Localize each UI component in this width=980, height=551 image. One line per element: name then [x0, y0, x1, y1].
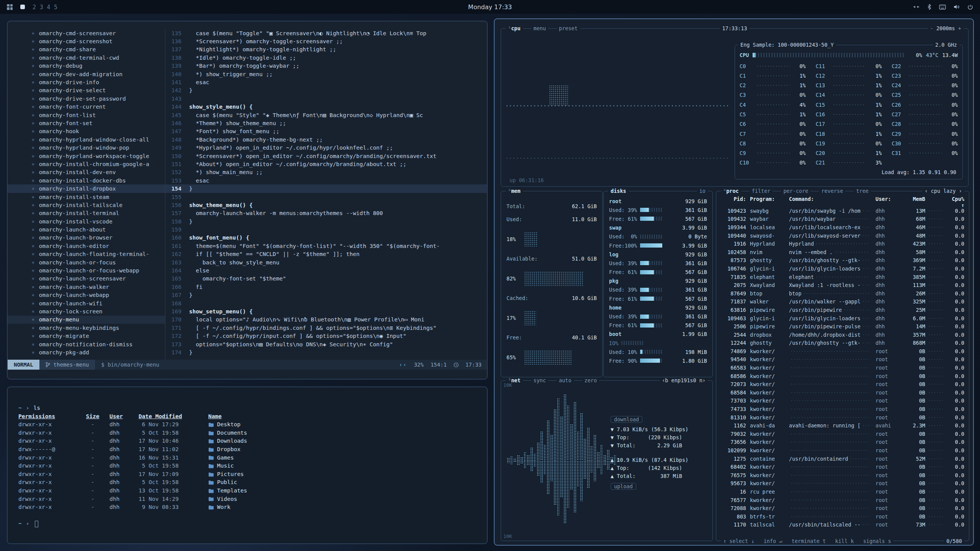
file-row[interactable]: ∗ omarchy-cmd-share	[8, 46, 165, 54]
code-line[interactable]: 154 }	[165, 184, 487, 192]
file-row[interactable]: ∗ omarchy-launch-screensaver	[8, 275, 165, 283]
process-row[interactable]: 109423 swaybg /usr/bin/swaybg -i /hom dh…	[716, 207, 969, 215]
code-line[interactable]: 170 local options="♪ Audio\n∿ Wifi\nƀ Bl…	[165, 316, 487, 324]
process-row[interactable]: 87573 ghostty /usr/bin/ghostty --gtk- dh…	[716, 256, 969, 265]
process-row[interactable]: 68402 kworker/ root 0B 0.0	[716, 463, 969, 471]
process-row[interactable]: 102458 nvim nvim --embed . dhh 58M 0.0	[716, 248, 969, 256]
code-line[interactable]: 158 }	[165, 217, 487, 225]
code-line[interactable]: 142 }	[165, 86, 487, 95]
filter-button[interactable]: filter	[750, 188, 773, 194]
process-row[interactable]: 95673 kworker/ root 0B 0.0	[716, 479, 969, 488]
code-line[interactable]: 153 esac	[165, 176, 487, 184]
file-row[interactable]: ∗ omarchy-font-current	[8, 103, 165, 111]
code-line[interactable]: 163 back_to show_style_menu	[165, 258, 487, 266]
net-interface[interactable]: ‹b enp191s0 n›	[660, 377, 708, 383]
net-zero-toggle[interactable]: zero	[582, 377, 599, 383]
file-row[interactable]: ∗ omarchy-install-terminal	[8, 209, 165, 217]
process-row[interactable]: 94540 kworker/ root 0B 0.0	[716, 355, 969, 364]
file-row[interactable]: ∗ omarchy-dev-add-migration	[8, 70, 165, 78]
process-row[interactable]: 2506 pipewire /usr/bin/pipewire-pulse dh…	[716, 322, 969, 331]
code-line[interactable]: 149 *Hyprland*) open_in_editor ~/.config…	[165, 143, 487, 152]
process-row[interactable]: 109440 swayosd- /usr/lib/swayosd-server …	[716, 231, 969, 240]
file-row[interactable]: ∗ omarchy-cmd-screensaver	[8, 29, 165, 37]
launcher-icon[interactable]	[7, 4, 13, 10]
process-row[interactable]: 71837 walker /usr/bin/walker --gappl dhh…	[716, 298, 969, 306]
file-row[interactable]: ∗ omarchy-drive-set-password	[8, 95, 165, 103]
code-line[interactable]: 173 options="$options\n▤ Defaults\n◎ DNS…	[165, 340, 487, 348]
file-row[interactable]: ∗ omarchy-install-chromium-google-a	[8, 160, 165, 168]
file-row[interactable]: ∗ omarchy-drive-info	[8, 78, 165, 86]
process-row[interactable]: 12244 ghostty /usr/bin/ghostty --gtk- dh…	[716, 339, 969, 347]
process-row[interactable]: 109344 localsea /usr/lib/localsearch-ex …	[716, 223, 969, 231]
code-line[interactable]: 136 *Screensaver*) omarchy-toggle-screen…	[165, 37, 487, 45]
code-line[interactable]: 141 esac	[165, 78, 487, 86]
process-row[interactable]: 73703 kworker/ root 0B 0.0	[716, 397, 969, 405]
code-line[interactable]: 156 show_theme_menu() {	[165, 201, 487, 209]
interval-minus-button[interactable]: -	[930, 25, 933, 31]
process-row[interactable]: 63816 pipewire /usr/bin/pipewire dhh 25M…	[716, 306, 969, 314]
code-line[interactable]: 165 omarchy-font-set "$theme"	[165, 275, 487, 283]
file-row[interactable]: ∗ omarchy-install-dropbox	[8, 184, 165, 192]
disks-tab[interactable]: disks	[608, 188, 629, 194]
preset-button[interactable]: preset	[557, 25, 580, 31]
file-row[interactable]: ∗ omarchy-pkg-add	[8, 348, 165, 356]
process-row[interactable]: 109463 glycin-i /usr/lib/glycin-loaders …	[716, 314, 969, 323]
file-row[interactable]: ∗ omarchy-font-list	[8, 111, 165, 119]
process-row[interactable]: 1170 tailscal /usr/sbin/tailscaled -- ro…	[716, 521, 969, 529]
process-row[interactable]: 2075 Xwayland Xwayland :1 -rootless - dh…	[716, 281, 969, 289]
code-line[interactable]: 157 omarchy-launch-walker -m menus:omarc…	[165, 209, 487, 217]
process-row[interactable]: 72073 kworker/ root 0B 0.0	[716, 380, 969, 388]
file-row[interactable]: ∗ omarchy-launch-or-focus-webapp	[8, 266, 165, 274]
code-line[interactable]: 146 *Theme*) show_theme_menu ;;	[165, 119, 487, 127]
process-row[interactable]: 68586 kworker/ root 0B 0.0	[716, 372, 969, 380]
file-row[interactable]: ∗ omarchy-notification-dismiss	[8, 340, 165, 348]
file-row[interactable]: ∗ omarchy-lock-screen	[8, 307, 165, 315]
code-line[interactable]: 138 *Idle*) omarchy-toggle-idle ;;	[165, 54, 487, 62]
reverse-toggle[interactable]: reverse	[819, 188, 845, 194]
process-row[interactable]: 79032 kworker/ root 0B 0.0	[716, 430, 969, 438]
prompt-line[interactable]: ~ ›	[18, 520, 476, 528]
power-icon[interactable]	[967, 4, 973, 10]
file-row[interactable]: ∗ omarchy-debug	[8, 62, 165, 70]
proc-keybinds[interactable]: ↑ select ↓ info ↵ terminate t kill k sig…	[721, 538, 893, 544]
code-line[interactable]: 135 case $(menu "Toggle" "▣ Screensaver\…	[165, 29, 487, 37]
code-line[interactable]: 162 if [[ "$theme" == "CNCLD" || -z "$th…	[165, 250, 487, 258]
file-row[interactable]: ∗ omarchy-cmd-terminal-cwd	[8, 54, 165, 62]
sort-selector[interactable]: ‹ cpu lazy ›	[922, 188, 964, 194]
file-row[interactable]: ∗ omarchy-launch-or-focus	[8, 258, 165, 266]
code-line[interactable]: 150 *Screensaver*) open_in_editor ~/.con…	[165, 152, 487, 160]
proc-box-title[interactable]: ⁴proc	[721, 188, 741, 194]
process-row[interactable]: 66583 kworker/ root 0B 0.0	[716, 364, 969, 372]
code-line[interactable]: 159	[165, 225, 487, 233]
file-row[interactable]: ∗ omarchy-install-vscode	[8, 217, 165, 225]
file-row[interactable]: ∗ omarchy-hyprland-window-pop	[8, 143, 165, 152]
tree-toggle[interactable]: tree	[854, 188, 871, 194]
code-line[interactable]: 147 *Font*) show_font_menu ;;	[165, 127, 487, 135]
code-line[interactable]: 137 *Nightlight*) omarchy-toggle-nightli…	[165, 46, 487, 54]
file-row[interactable]: ∗ omarchy-font-set	[8, 119, 165, 127]
file-row[interactable]: ∗ omarchy-cmd-screenshot	[8, 37, 165, 45]
file-row[interactable]: ∗ omarchy-launch-webapp	[8, 291, 165, 299]
file-row[interactable]: ∗ omarchy-hyprland-workspace-toggle	[8, 152, 165, 160]
code-line[interactable]: 144 show_style_menu() {	[165, 103, 487, 111]
workspace-number[interactable]: 3	[40, 4, 43, 11]
code-line[interactable]: 139 *Bar*) omarchy-toggle-waybar ;;	[165, 62, 487, 70]
code-line[interactable]: 174 }	[165, 348, 487, 356]
file-row[interactable]: ∗ omarchy-migrate	[8, 332, 165, 340]
code-line[interactable]: 148 *Background*) omarchy-theme-bg-next …	[165, 135, 487, 143]
process-row[interactable]: 16 rcu_pree root 0B 0.0	[716, 487, 969, 496]
code-line[interactable]: 152 *) show_main_menu ;;	[165, 168, 487, 176]
menu-button[interactable]: menu	[531, 25, 549, 31]
process-row[interactable]: 73656 kworker/ root 0B 0.0	[716, 438, 969, 447]
file-row[interactable]: ∗ omarchy-drive-select	[8, 86, 165, 95]
file-row[interactable]: ∗ omarchy-hook	[8, 127, 165, 135]
net-sync-toggle[interactable]: sync	[531, 377, 549, 383]
cpu-box-title[interactable]: ¹cpu	[506, 25, 523, 31]
io-tab[interactable]: io	[697, 188, 708, 194]
process-row[interactable]: 74869 kworker/ root 0B 0.0	[716, 347, 969, 355]
process-row[interactable]: 803 btrfs-tr root 0B 0.0	[716, 512, 969, 521]
code-line[interactable]: 155	[165, 193, 487, 201]
keyboard-icon[interactable]	[939, 5, 946, 10]
file-row[interactable]: ∗ omarchy-launch-floating-terminal-	[8, 250, 165, 258]
file-row[interactable]: ∗ omarchy-install-steam	[8, 193, 165, 201]
